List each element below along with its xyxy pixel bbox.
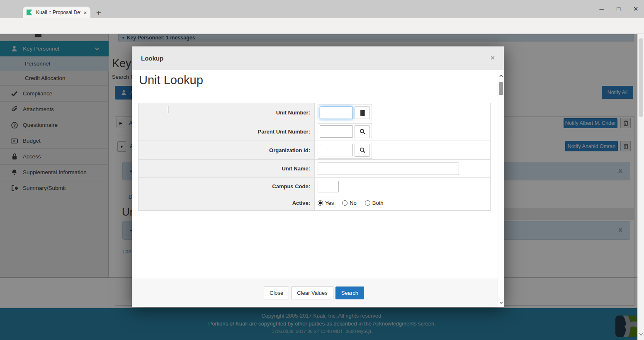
lookup-search-button[interactable] (355, 144, 370, 157)
maximize-button[interactable]: □ (617, 5, 620, 12)
field-label: Unit Number: (139, 103, 315, 122)
parent-unit-number-input[interactable] (320, 125, 353, 138)
organization-id-input[interactable] (320, 144, 353, 156)
field-label: Organization Id: (139, 141, 315, 159)
unit-number-input[interactable] (320, 107, 353, 119)
browser-scrollbar-thumb[interactable] (639, 38, 643, 117)
field-row-active: Active: Yes No (139, 195, 490, 210)
input-group (318, 142, 372, 159)
field-row-unit-number: Unit Number: (139, 103, 490, 122)
active-radio-group: Yes No Both (318, 200, 384, 206)
window-close-button[interactable]: × (633, 4, 638, 14)
modal-close-icon[interactable]: × (491, 54, 495, 62)
text-caret (168, 106, 168, 113)
minimize-button[interactable]: ─ (600, 5, 604, 12)
scroll-down-icon[interactable] (498, 298, 504, 306)
input-group (318, 123, 372, 140)
tab-title: Kuali :: Proposal Developme (36, 10, 80, 15)
page-content: Key Personnel Personnel Credit Allocatio… (0, 34, 644, 340)
browser-scrollbar[interactable] (637, 34, 644, 340)
new-tab-button[interactable]: + (96, 8, 101, 18)
modal-title: Unit Lookup (139, 73, 203, 87)
scroll-down-icon[interactable] (638, 330, 644, 338)
field-label: Parent Unit Number: (139, 122, 315, 141)
unit-name-input[interactable] (318, 163, 459, 175)
modal-footer: Close Clear Values Search (132, 279, 504, 307)
lookup-search-button[interactable] (355, 125, 370, 138)
clear-values-button[interactable]: Clear Values (291, 287, 333, 299)
field-label: Unit Name: (139, 160, 315, 177)
input-group (318, 104, 372, 121)
browser-toolbar (0, 18, 644, 34)
field-row-organization-id: Organization Id: (139, 141, 490, 160)
radio-selected-icon (318, 200, 323, 206)
scroll-up-icon[interactable] (498, 71, 504, 79)
kuali-favicon-icon (26, 9, 33, 16)
modal-header: Lookup × (132, 46, 504, 70)
radio-option-both[interactable]: Both (365, 200, 384, 206)
radio-option-yes[interactable]: Yes (318, 200, 334, 206)
campus-code-input[interactable] (318, 181, 339, 192)
browser-titlebar: Kuali :: Proposal Developme × + ─ □ × (0, 0, 644, 18)
browser-tab[interactable]: Kuali :: Proposal Developme × (23, 7, 90, 18)
field-row-unit-name: Unit Name: (139, 160, 490, 178)
radio-unselected-icon (365, 200, 370, 206)
close-button[interactable]: Close (264, 287, 289, 299)
lookup-criteria-table: Unit Number: Parent Unit Number: (138, 103, 491, 211)
field-row-parent-unit-number: Parent Unit Number: (139, 122, 490, 141)
modal-header-title: Lookup (141, 55, 163, 62)
direct-inquiry-button[interactable] (355, 106, 370, 119)
field-label: Campus Code: (139, 178, 315, 195)
lookup-modal: Lookup × Unit Lookup Unit Number: (132, 46, 504, 307)
tab-close-icon[interactable]: × (83, 10, 87, 16)
scrollbar-thumb[interactable] (499, 82, 503, 95)
modal-scrollbar[interactable] (498, 70, 504, 307)
radio-unselected-icon (342, 200, 348, 206)
field-label: Active: (139, 195, 315, 210)
radio-option-no[interactable]: No (342, 200, 357, 206)
field-row-campus-code: Campus Code: (139, 178, 490, 195)
window-controls: ─ □ × (600, 2, 638, 16)
search-button[interactable]: Search (335, 287, 364, 299)
modal-body: Unit Lookup Unit Number: Parent Uni (132, 70, 504, 279)
